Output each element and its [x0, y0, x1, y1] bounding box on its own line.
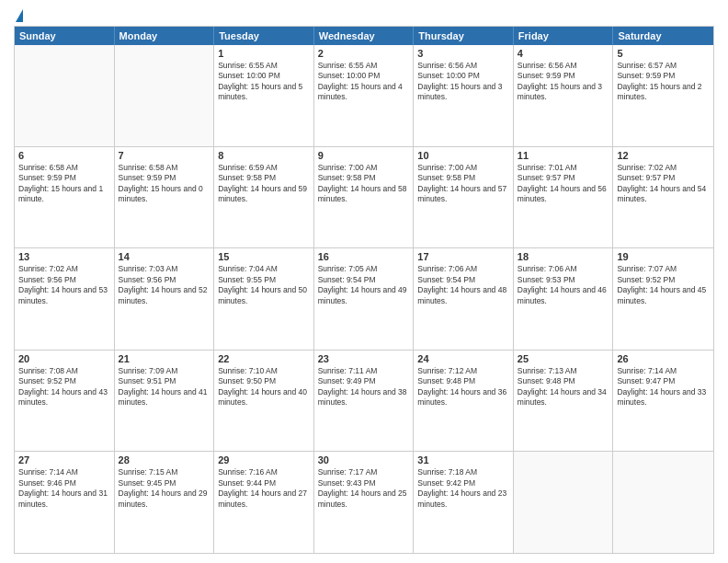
day-number: 2 [318, 48, 410, 59]
cell-text: Sunrise: 6:55 AMSunset: 10:00 PMDaylight… [318, 61, 410, 103]
cell-text: Sunrise: 7:11 AMSunset: 9:49 PMDaylight:… [318, 366, 410, 408]
cell-text: Sunrise: 7:02 AMSunset: 9:57 PMDaylight:… [617, 163, 710, 205]
header-friday: Friday [514, 27, 614, 45]
header [14, 9, 714, 20]
cell-text: Sunrise: 7:13 AMSunset: 9:48 PMDaylight:… [518, 366, 609, 408]
table-row: 29Sunrise: 7:16 AMSunset: 9:44 PMDayligh… [214, 452, 314, 553]
week-row-5: 27Sunrise: 7:14 AMSunset: 9:46 PMDayligh… [15, 452, 713, 553]
table-row: 17Sunrise: 7:06 AMSunset: 9:54 PMDayligh… [414, 248, 514, 350]
day-number: 9 [318, 150, 410, 161]
cell-text: Sunrise: 7:02 AMSunset: 9:56 PMDaylight:… [18, 264, 110, 306]
cell-text: Sunrise: 7:03 AMSunset: 9:56 PMDaylight:… [119, 264, 210, 306]
day-number: 11 [518, 150, 609, 161]
cell-text: Sunrise: 7:00 AMSunset: 9:58 PMDaylight:… [318, 163, 410, 205]
day-number: 28 [119, 454, 210, 465]
cell-text: Sunrise: 6:57 AMSunset: 9:59 PMDaylight:… [617, 61, 710, 103]
header-thursday: Thursday [414, 27, 514, 45]
table-row: 23Sunrise: 7:11 AMSunset: 9:49 PMDayligh… [314, 350, 415, 452]
day-number: 5 [617, 48, 710, 59]
table-row: 6Sunrise: 6:58 AMSunset: 9:59 PMDaylight… [15, 147, 115, 248]
day-number: 15 [218, 251, 310, 262]
day-number: 18 [518, 251, 609, 262]
cell-text: Sunrise: 6:59 AMSunset: 9:58 PMDaylight:… [218, 163, 310, 205]
table-row: 28Sunrise: 7:15 AMSunset: 9:45 PMDayligh… [115, 452, 215, 553]
week-row-1: 1Sunrise: 6:55 AMSunset: 10:00 PMDayligh… [15, 45, 713, 147]
table-row: 26Sunrise: 7:14 AMSunset: 9:47 PMDayligh… [613, 350, 713, 452]
cell-text: Sunrise: 7:06 AMSunset: 9:54 PMDaylight:… [417, 264, 509, 306]
table-row [613, 452, 713, 553]
header-tuesday: Tuesday [214, 27, 314, 45]
cell-text: Sunrise: 7:04 AMSunset: 9:55 PMDaylight:… [218, 264, 310, 306]
cell-text: Sunrise: 7:06 AMSunset: 9:53 PMDaylight:… [518, 264, 609, 306]
day-number: 19 [617, 251, 710, 262]
table-row: 24Sunrise: 7:12 AMSunset: 9:48 PMDayligh… [414, 350, 514, 452]
cell-text: Sunrise: 7:18 AMSunset: 9:42 PMDaylight:… [417, 467, 509, 510]
table-row: 13Sunrise: 7:02 AMSunset: 9:56 PMDayligh… [15, 248, 115, 350]
table-row: 9Sunrise: 7:00 AMSunset: 9:58 PMDaylight… [314, 147, 415, 248]
table-row [514, 452, 614, 553]
cell-text: Sunrise: 6:56 AMSunset: 9:59 PMDaylight:… [518, 61, 609, 103]
table-row: 19Sunrise: 7:07 AMSunset: 9:52 PMDayligh… [613, 248, 713, 350]
day-number: 12 [617, 150, 710, 161]
day-number: 16 [318, 251, 410, 262]
cell-text: Sunrise: 6:58 AMSunset: 9:59 PMDaylight:… [119, 163, 210, 205]
day-number: 10 [417, 150, 509, 161]
cell-text: Sunrise: 6:58 AMSunset: 9:59 PMDaylight:… [18, 163, 110, 205]
cell-text: Sunrise: 7:05 AMSunset: 9:54 PMDaylight:… [318, 264, 410, 306]
cell-text: Sunrise: 6:55 AMSunset: 10:00 PMDaylight… [218, 61, 310, 103]
cell-text: Sunrise: 7:01 AMSunset: 9:57 PMDaylight:… [518, 163, 609, 205]
header-sunday: Sunday [15, 27, 115, 45]
cell-text: Sunrise: 7:14 AMSunset: 9:46 PMDaylight:… [18, 467, 110, 510]
cell-text: Sunrise: 7:17 AMSunset: 9:43 PMDaylight:… [318, 467, 410, 510]
page: Sunday Monday Tuesday Wednesday Thursday… [0, 0, 728, 563]
day-number: 24 [417, 353, 509, 364]
table-row: 30Sunrise: 7:17 AMSunset: 9:43 PMDayligh… [314, 452, 415, 553]
table-row: 2Sunrise: 6:55 AMSunset: 10:00 PMDayligh… [314, 45, 415, 146]
table-row: 16Sunrise: 7:05 AMSunset: 9:54 PMDayligh… [314, 248, 415, 350]
logo-triangle-icon [16, 9, 23, 22]
day-number: 29 [218, 454, 310, 465]
day-number: 20 [18, 353, 110, 364]
logo [14, 9, 23, 20]
table-row: 25Sunrise: 7:13 AMSunset: 9:48 PMDayligh… [514, 350, 614, 452]
day-number: 25 [518, 353, 609, 364]
header-monday: Monday [115, 27, 215, 45]
cell-text: Sunrise: 7:16 AMSunset: 9:44 PMDaylight:… [218, 467, 310, 510]
header-saturday: Saturday [613, 27, 713, 45]
day-number: 3 [417, 48, 509, 59]
day-number: 6 [18, 150, 110, 161]
day-number: 8 [218, 150, 310, 161]
day-number: 22 [218, 353, 310, 364]
day-number: 31 [417, 454, 509, 465]
table-row: 10Sunrise: 7:00 AMSunset: 9:58 PMDayligh… [414, 147, 514, 248]
table-row: 4Sunrise: 6:56 AMSunset: 9:59 PMDaylight… [514, 45, 614, 146]
calendar: Sunday Monday Tuesday Wednesday Thursday… [14, 26, 714, 554]
cell-text: Sunrise: 7:07 AMSunset: 9:52 PMDaylight:… [617, 264, 710, 306]
cell-text: Sunrise: 7:08 AMSunset: 9:52 PMDaylight:… [18, 366, 110, 408]
week-row-2: 6Sunrise: 6:58 AMSunset: 9:59 PMDaylight… [15, 147, 713, 249]
cell-text: Sunrise: 7:15 AMSunset: 9:45 PMDaylight:… [119, 467, 210, 510]
table-row [15, 45, 115, 146]
header-wednesday: Wednesday [314, 27, 415, 45]
table-row: 21Sunrise: 7:09 AMSunset: 9:51 PMDayligh… [115, 350, 215, 452]
week-row-3: 13Sunrise: 7:02 AMSunset: 9:56 PMDayligh… [15, 248, 713, 350]
table-row: 20Sunrise: 7:08 AMSunset: 9:52 PMDayligh… [15, 350, 115, 452]
cell-text: Sunrise: 7:09 AMSunset: 9:51 PMDaylight:… [119, 366, 210, 408]
table-row: 8Sunrise: 6:59 AMSunset: 9:58 PMDaylight… [214, 147, 314, 248]
table-row: 12Sunrise: 7:02 AMSunset: 9:57 PMDayligh… [613, 147, 713, 248]
table-row: 5Sunrise: 6:57 AMSunset: 9:59 PMDaylight… [613, 45, 713, 146]
cell-text: Sunrise: 7:14 AMSunset: 9:47 PMDaylight:… [617, 366, 710, 408]
cell-text: Sunrise: 7:00 AMSunset: 9:58 PMDaylight:… [417, 163, 509, 205]
day-number: 14 [119, 251, 210, 262]
day-number: 27 [18, 454, 110, 465]
table-row: 7Sunrise: 6:58 AMSunset: 9:59 PMDaylight… [115, 147, 215, 248]
day-number: 30 [318, 454, 410, 465]
table-row: 15Sunrise: 7:04 AMSunset: 9:55 PMDayligh… [214, 248, 314, 350]
week-row-4: 20Sunrise: 7:08 AMSunset: 9:52 PMDayligh… [15, 350, 713, 453]
table-row [115, 45, 215, 146]
day-number: 4 [518, 48, 609, 59]
day-number: 13 [18, 251, 110, 262]
table-row: 14Sunrise: 7:03 AMSunset: 9:56 PMDayligh… [115, 248, 215, 350]
day-number: 23 [318, 353, 410, 364]
cell-text: Sunrise: 6:56 AMSunset: 10:00 PMDaylight… [417, 61, 509, 103]
